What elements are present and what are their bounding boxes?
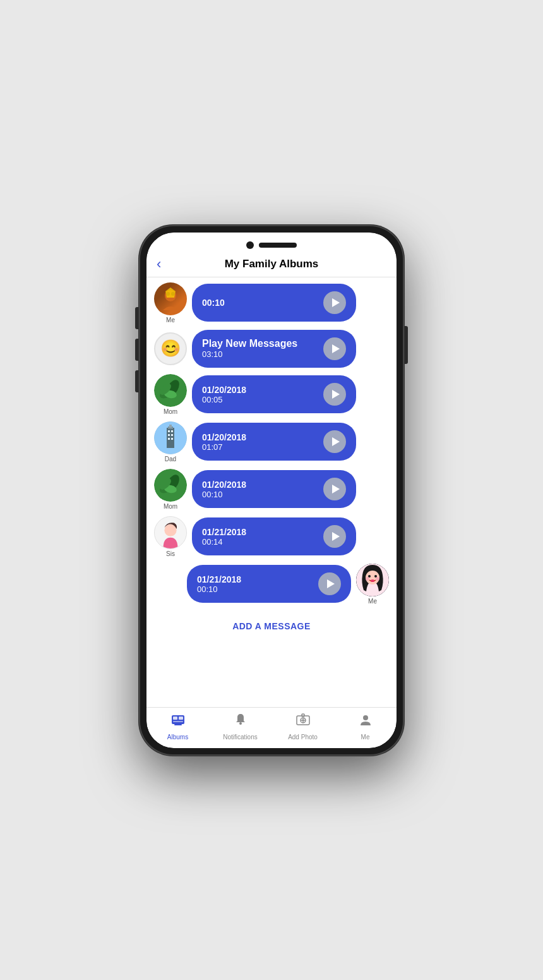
message-bubble-1[interactable]: 01/20/2018 00:05 [192,375,356,413]
message-bubble-3[interactable]: 01/20/2018 00:10 [192,470,356,508]
avatar-wrapper-me-top: Me [154,282,187,324]
content-area[interactable]: Me 00:10 😊 [146,277,397,707]
svg-rect-17 [171,434,173,436]
avatar-label-mom2: Mom [164,503,177,510]
list-item: Me 01/21/2018 00:10 [154,564,389,605]
avatar [154,469,187,502]
svg-rect-16 [168,434,170,436]
svg-point-33 [371,579,374,582]
play-button[interactable] [323,291,346,314]
play-button-1[interactable] [323,383,346,406]
status-bar [146,233,397,253]
svg-rect-39 [239,722,242,725]
add-photo-icon [295,713,311,732]
message-bubble[interactable]: 00:10 [192,284,356,322]
message-text-3: 01/20/2018 00:10 [202,480,318,499]
add-message-button[interactable]: ADD A MESSAGE [154,611,389,636]
avatar-label-dad: Dad [165,456,176,463]
list-item: Sis 01/21/2018 00:14 [154,516,389,557]
message-bubble-2[interactable]: 01/20/2018 01:07 [192,423,356,461]
svg-rect-13 [169,425,172,428]
avatar-wrapper-mom2: Mom [154,469,187,510]
svg-point-30 [374,575,377,578]
page-title: My Family Albums [225,258,319,270]
speaker [259,243,297,248]
svg-point-32 [376,577,379,581]
message-text-1: 01/20/2018 00:05 [202,385,318,404]
play-icon [332,390,340,399]
svg-marker-3 [165,287,176,298]
svg-rect-18 [168,438,170,440]
avatar-wrapper-mom1: Mom [154,374,187,415]
list-item: 😊 Play New Messages 03:10 [154,330,389,368]
avatar [356,564,389,596]
svg-rect-38 [174,724,182,725]
svg-point-29 [368,575,371,578]
play-icon [332,532,340,541]
svg-rect-35 [173,717,177,720]
me-icon [358,713,373,732]
svg-rect-37 [173,721,183,722]
header: ‹ My Family Albums [146,253,397,277]
message-text-2: 01/20/2018 01:07 [202,432,318,452]
phone-frame: ‹ My Family Albums [139,225,404,756]
list-item: Mom 01/20/2018 00:10 [154,469,389,510]
svg-rect-36 [179,717,183,720]
svg-point-31 [366,577,369,581]
list-item: Dad 01/20/2018 01:07 [154,421,389,463]
play-button-2[interactable] [323,430,346,453]
phone-inner: ‹ My Family Albums [146,233,397,748]
message-bubble-play-new[interactable]: Play New Messages 03:10 [192,330,356,368]
avatar [154,282,187,315]
message-bubble-5[interactable]: 01/21/2018 00:10 [187,565,351,603]
avatar-label-sis: Sis [166,550,175,557]
tab-bar: Albums Notifications [146,707,397,748]
svg-rect-15 [171,430,173,432]
albums-icon [170,713,186,732]
play-icon [332,344,340,353]
avatar [154,516,187,549]
avatar-label-me-bottom: Me [368,598,377,605]
avatar [154,374,187,407]
message-text: 00:10 [202,298,318,308]
play-icon [332,298,340,307]
message-text-5: 01/21/2018 00:10 [197,574,313,594]
notifications-icon [233,713,248,732]
message-text-play-new: Play New Messages 03:10 [202,338,318,359]
message-text-4: 01/21/2018 00:14 [202,527,318,547]
avatar-label-mom1: Mom [164,408,177,415]
camera [246,241,254,249]
svg-rect-14 [168,430,170,432]
tab-albums-label: Albums [167,734,188,741]
play-icon [327,579,335,588]
tab-albums[interactable]: Albums [146,713,209,741]
avatar-label: Me [166,317,175,324]
play-button-new[interactable] [323,337,346,360]
tab-add-photo[interactable]: Add Photo [272,713,334,741]
svg-rect-11 [167,428,174,448]
list-item: Me 00:10 [154,282,389,324]
tab-notifications[interactable]: Notifications [209,713,272,741]
avatar-wrapper-dad: Dad [154,421,187,463]
avatar: 😊 [154,332,187,365]
svg-point-45 [363,715,368,720]
play-button-4[interactable] [323,525,346,548]
svg-rect-19 [171,438,173,440]
avatar-wrapper-me-bottom: Me [356,564,389,605]
tab-me[interactable]: Me [334,713,397,741]
avatar-wrapper-emoji: 😊 [154,332,187,365]
avatar [154,421,187,454]
screen: ‹ My Family Albums [146,233,397,748]
tab-me-label: Me [361,734,370,741]
play-button-3[interactable] [323,478,346,500]
tab-add-photo-label: Add Photo [288,734,318,741]
play-button-5[interactable] [318,572,341,595]
play-icon [332,437,340,446]
message-bubble-4[interactable]: 01/21/2018 00:14 [192,517,356,555]
back-button[interactable]: ‹ [157,256,161,272]
tab-notifications-label: Notifications [223,734,257,741]
avatar-wrapper-sis: Sis [154,516,187,557]
svg-rect-42 [302,714,304,717]
list-item: Mom 01/20/2018 00:05 [154,374,389,415]
play-icon [332,485,340,493]
